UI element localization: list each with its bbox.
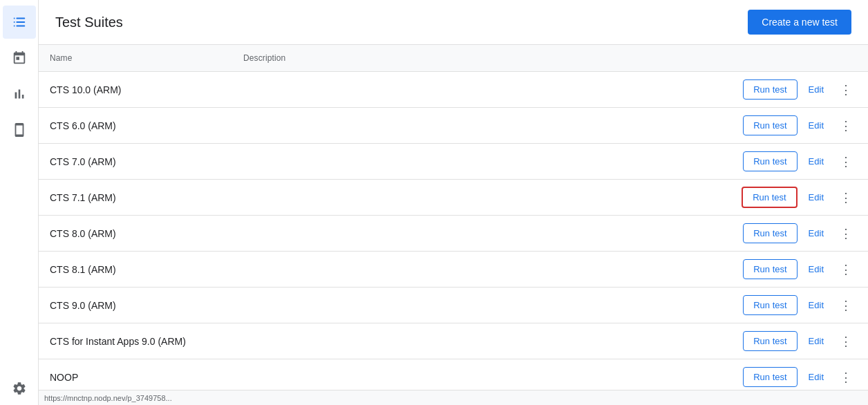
run-test-button[interactable]: Run test (743, 331, 797, 351)
run-test-button[interactable]: Run test (743, 151, 797, 171)
row-actions-cell: Run testEdit⋮ (730, 359, 868, 390)
settings-icon (11, 380, 28, 397)
table-row: CTS for Instant Apps 9.0 (ARM)Run testEd… (39, 323, 868, 359)
edit-button[interactable]: Edit (803, 80, 829, 99)
more-options-button[interactable]: ⋮ (835, 115, 857, 137)
sidebar-item-test-suites[interactable] (3, 6, 36, 39)
sidebar-item-devices[interactable] (3, 113, 36, 147)
row-actions-cell: Run testEdit⋮ (730, 288, 868, 323)
svg-rect-5 (16, 26, 25, 27)
row-description-cell (232, 288, 730, 323)
edit-button[interactable]: Edit (803, 296, 829, 314)
sidebar-item-schedule[interactable] (3, 41, 36, 75)
more-options-button[interactable]: ⋮ (835, 151, 857, 173)
row-name-cell: CTS 6.0 (ARM) (39, 108, 232, 144)
table-row: CTS 10.0 (ARM)Run testEdit⋮ (39, 72, 868, 108)
test-suites-table: Name Description CTS 10.0 (ARM)Run testE… (39, 45, 868, 390)
run-test-button[interactable]: Run test (742, 187, 797, 208)
svg-rect-1 (16, 18, 25, 19)
svg-rect-2 (13, 21, 15, 23)
row-description-cell (232, 108, 730, 144)
row-name-cell: CTS 8.1 (ARM) (39, 252, 232, 288)
sidebar (0, 0, 39, 405)
column-header-name: Name (39, 45, 232, 72)
run-test-button[interactable]: Run test (743, 115, 797, 135)
row-name-cell: CTS 7.0 (ARM) (39, 144, 232, 180)
column-header-description: Description (232, 45, 730, 72)
calendar-icon (11, 50, 28, 66)
status-bar: https://mnctnp.nodp.nev/p_3749758... (39, 390, 868, 405)
row-name-cell: NOOP (39, 359, 232, 390)
more-options-button[interactable]: ⋮ (835, 187, 857, 209)
row-actions-cell: Run testEdit⋮ (730, 144, 868, 180)
row-description-cell (232, 216, 730, 252)
row-actions-cell: Run testEdit⋮ (730, 108, 868, 144)
page-header: Test Suites Create a new test (39, 0, 868, 45)
row-name-cell: CTS 10.0 (ARM) (39, 72, 232, 108)
edit-button[interactable]: Edit (803, 152, 829, 171)
more-options-button[interactable]: ⋮ (835, 294, 857, 317)
row-actions-cell: Run testEdit⋮ (730, 323, 868, 359)
device-icon (11, 122, 28, 138)
row-description-cell (232, 252, 730, 288)
status-bar-text: https://mnctnp.nodp.nev/p_3749758... (44, 394, 172, 402)
run-test-button[interactable]: Run test (743, 223, 797, 243)
table-row: CTS 8.1 (ARM)Run testEdit⋮ (39, 252, 868, 288)
row-name-cell: CTS 8.0 (ARM) (39, 216, 232, 252)
row-description-cell (232, 323, 730, 359)
page-title: Test Suites (55, 15, 123, 30)
table-header-row: Name Description (39, 45, 868, 72)
row-name-cell: CTS 7.1 (ARM) (39, 180, 232, 216)
row-description-cell (232, 72, 730, 108)
row-name-cell: CTS 9.0 (ARM) (39, 288, 232, 323)
row-actions-cell: Run testEdit⋮ (730, 72, 868, 108)
row-description-cell (232, 144, 730, 180)
table-row: CTS 8.0 (ARM)Run testEdit⋮ (39, 216, 868, 252)
run-test-button[interactable]: Run test (743, 367, 797, 387)
edit-button[interactable]: Edit (803, 260, 829, 279)
more-options-button[interactable]: ⋮ (835, 79, 857, 101)
table-row: CTS 6.0 (ARM)Run testEdit⋮ (39, 108, 868, 144)
edit-button[interactable]: Edit (803, 368, 829, 386)
more-options-button[interactable]: ⋮ (835, 223, 857, 245)
more-options-button[interactable]: ⋮ (835, 330, 857, 352)
list-icon (11, 14, 28, 30)
row-description-cell (232, 359, 730, 390)
chart-icon (11, 86, 28, 102)
row-description-cell (232, 180, 730, 216)
edit-button[interactable]: Edit (803, 224, 829, 243)
more-options-button[interactable]: ⋮ (835, 258, 857, 281)
column-header-actions (730, 45, 868, 72)
sidebar-item-settings[interactable] (3, 372, 36, 405)
more-options-button[interactable]: ⋮ (835, 366, 857, 388)
row-actions-cell: Run testEdit⋮ (730, 252, 868, 288)
main-content: Test Suites Create a new test Name Descr… (39, 0, 868, 405)
table-row: CTS 9.0 (ARM)Run testEdit⋮ (39, 288, 868, 323)
table-row: CTS 7.0 (ARM)Run testEdit⋮ (39, 144, 868, 180)
run-test-button[interactable]: Run test (743, 259, 797, 279)
svg-rect-4 (13, 26, 15, 27)
edit-button[interactable]: Edit (803, 332, 829, 350)
table-row: CTS 7.1 (ARM)Run testEdit⋮ (39, 180, 868, 216)
table-row: NOOPRun testEdit⋮ (39, 359, 868, 390)
row-actions-cell: Run testEdit⋮ (730, 180, 868, 216)
run-test-button[interactable]: Run test (743, 295, 797, 315)
edit-button[interactable]: Edit (803, 188, 829, 207)
sidebar-item-reports[interactable] (3, 77, 36, 111)
svg-rect-3 (16, 21, 25, 23)
edit-button[interactable]: Edit (803, 116, 829, 135)
svg-rect-0 (13, 18, 15, 19)
run-test-button[interactable]: Run test (743, 79, 797, 100)
create-new-test-button[interactable]: Create a new test (748, 10, 851, 35)
row-actions-cell: Run testEdit⋮ (730, 216, 868, 252)
test-suites-table-container: Name Description CTS 10.0 (ARM)Run testE… (39, 45, 868, 390)
row-name-cell: CTS for Instant Apps 9.0 (ARM) (39, 323, 232, 359)
